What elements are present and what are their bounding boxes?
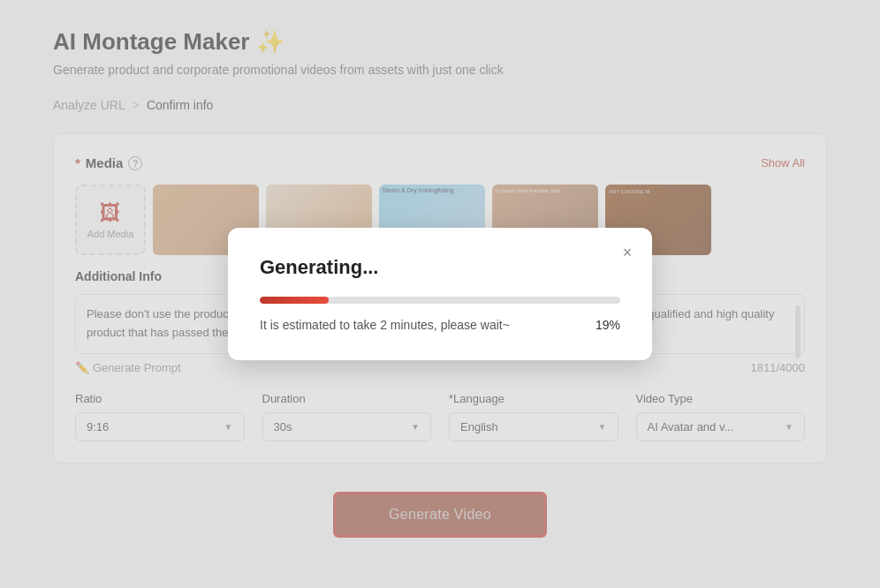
modal-status-text: It is estimated to take 2 minutes, pleas…: [260, 318, 510, 332]
generating-modal: × Generating... It is estimated to take …: [228, 228, 652, 360]
modal-status-row: It is estimated to take 2 minutes, pleas…: [260, 318, 620, 332]
progress-bar-container: [260, 297, 620, 304]
modal-overlay: × Generating... It is estimated to take …: [0, 0, 880, 588]
modal-title: Generating...: [260, 256, 620, 279]
page-container: AI Montage Maker ✨ Generate product and …: [0, 0, 880, 588]
progress-bar-fill: [260, 297, 329, 304]
progress-percent: 19%: [596, 318, 620, 332]
modal-close-button[interactable]: ×: [617, 242, 638, 263]
